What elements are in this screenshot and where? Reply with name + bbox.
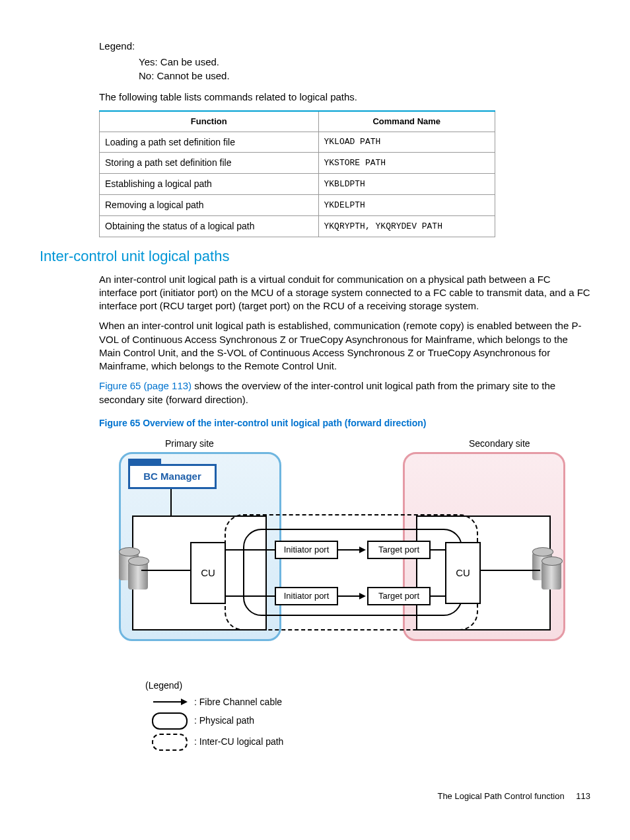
- table-row: Storing a path set definition fileYKSTOR…: [100, 153, 495, 174]
- table-row: Removing a logical pathYKDELPTH: [100, 195, 495, 216]
- table-row: Obtaining the status of a logical pathYK…: [100, 216, 495, 237]
- th-function: Function: [100, 111, 319, 132]
- table-row: Establishing a logical pathYKBLDPTH: [100, 174, 495, 195]
- rounded-rect-icon: [152, 712, 188, 730]
- diagram-legend: (Legend) : Fibre Channel cable : Physica…: [145, 679, 568, 751]
- connector-line: [141, 570, 190, 571]
- target-port-box: Target port: [367, 541, 431, 559]
- legend-yes: Yes: Can be used.: [139, 56, 590, 69]
- initiator-port-box: Initiator port: [275, 587, 338, 605]
- disk-icon: [542, 560, 561, 590]
- secondary-site-label: Secondary site: [469, 438, 530, 450]
- figure-65-diagram: Primary site Secondary site BC Manager C…: [119, 438, 568, 751]
- arrow-icon: [153, 701, 186, 703]
- bc-manager-connector: [170, 489, 172, 515]
- disk-icon: [128, 560, 148, 590]
- commands-table: Function Command Name Loading a path set…: [99, 110, 495, 237]
- footer-section-name: The Logical Path Control function: [437, 791, 564, 801]
- connector-line: [479, 570, 540, 571]
- page-number: 113: [576, 791, 590, 801]
- connector-line: [431, 549, 445, 551]
- th-command: Command Name: [318, 111, 495, 132]
- diagram-legend-title: (Legend): [145, 679, 568, 692]
- target-port-box: Target port: [367, 587, 431, 605]
- primary-cu-box: CU: [190, 542, 226, 604]
- legend-title: Legend:: [99, 40, 590, 53]
- fc-cable-arrow: [338, 549, 365, 551]
- bc-manager-tab: [128, 459, 161, 464]
- connector-line: [431, 595, 445, 597]
- page-footer: The Logical Path Control function 113: [40, 790, 590, 802]
- primary-site-label: Primary site: [165, 438, 214, 450]
- paragraph-3: Figure 65 (page 113) shows the overview …: [99, 379, 590, 406]
- table-intro: The following table lists commands relat…: [99, 91, 590, 104]
- legend-physical-path: : Physical path: [194, 714, 254, 727]
- figure-ref-link[interactable]: Figure 65 (page 113): [99, 380, 192, 391]
- legend-fc-cable: : Fibre Channel cable: [194, 696, 282, 708]
- table-row: Loading a path set definition fileYKLOAD…: [100, 132, 495, 153]
- dashed-rect-icon: [152, 734, 188, 751]
- figure-caption: Figure 65 Overview of the inter-control …: [99, 417, 590, 430]
- legend-logical-path: : Inter-CU logical path: [194, 736, 283, 748]
- section-heading: Inter-control unit logical paths: [40, 247, 590, 266]
- secondary-cu-box: CU: [445, 542, 481, 604]
- fc-cable-arrow: [338, 595, 365, 597]
- paragraph-2: When an inter-control unit logical path …: [99, 319, 590, 373]
- legend-no: No: Cannot be used.: [139, 69, 590, 83]
- bc-manager-box: BC Manager: [128, 464, 217, 489]
- initiator-port-box: Initiator port: [275, 541, 338, 559]
- connector-line: [225, 549, 275, 551]
- paragraph-1: An inter-control unit logical path is a …: [99, 273, 590, 313]
- connector-line: [225, 595, 275, 597]
